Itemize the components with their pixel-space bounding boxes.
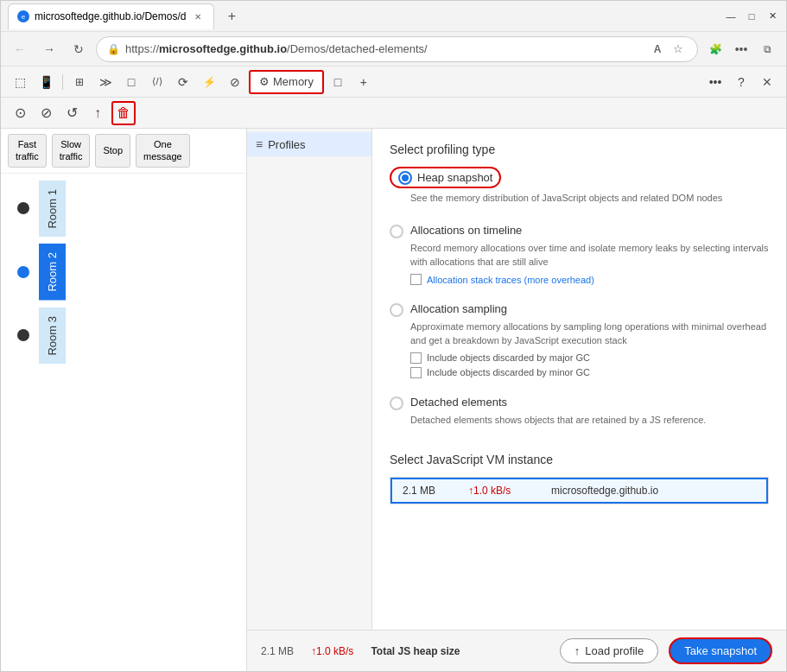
inspect-element-button[interactable]: ⬚	[8, 70, 32, 94]
heap-snapshot-radio[interactable]	[398, 171, 412, 185]
profiling-main: Select profiling type Heap snapshot See …	[372, 129, 786, 630]
heap-snapshot-label: Heap snapshot	[417, 171, 492, 184]
take-snapshot-label: Take snapshot	[684, 644, 757, 657]
room-dot-circle	[17, 329, 29, 341]
heap-snapshot-border: Heap snapshot	[390, 167, 501, 188]
take-snapshot-button[interactable]: Take snapshot	[669, 637, 772, 664]
allocations-timeline-desc: Record memory allocations over time and …	[410, 242, 769, 269]
window-close-button[interactable]: ✕	[765, 10, 779, 23]
console-tab[interactable]: ≫	[93, 70, 117, 94]
allocations-timeline-radio[interactable]	[390, 225, 403, 238]
maximize-button[interactable]: □	[745, 10, 758, 23]
profiles-sidebar-icon: ≡	[256, 137, 263, 151]
allocation-stack-traces-checkbox[interactable]	[410, 274, 422, 285]
address-icons: A ☆	[649, 41, 687, 58]
translate-icon[interactable]: A	[649, 41, 666, 58]
devtools-more-button[interactable]: •••	[703, 70, 727, 94]
allocation-sampling-desc: Approximate memory allocations by sampli…	[410, 320, 769, 347]
address-bar[interactable]: 🔒 https://microsoftedge.github.io/Demos/…	[96, 36, 698, 62]
heap-snapshot-option: Heap snapshot See the memory distributio…	[390, 167, 769, 210]
devtools-toolbar: ⬚ 📱 ⊞ ≫ □ ⟨/⟩ ⟳ ⚡ ⊘ ⚙ Memory □ + ••• ? ✕	[1, 67, 786, 98]
major-gc-checkbox[interactable]	[410, 352, 422, 364]
minor-gc-checkbox[interactable]	[410, 367, 422, 378]
favorite-icon[interactable]: ☆	[670, 41, 687, 58]
main-content: Fasttraffic Slowtraffic Stop Onemessage …	[1, 129, 786, 671]
fast-traffic-button[interactable]: Fasttraffic	[8, 134, 47, 168]
room-dot	[8, 244, 39, 301]
browser-more-button[interactable]: •••	[729, 37, 753, 61]
clear-profiles-button[interactable]: ↺	[60, 101, 84, 125]
browser-tab[interactable]: e microsoftedge.github.io/Demos/d ✕	[8, 3, 214, 29]
url-domain: microsoftedge.github.io	[159, 42, 287, 55]
elements-tab[interactable]: ⊞	[67, 70, 92, 94]
tab-close-button[interactable]: ✕	[191, 10, 205, 23]
room-label: Room 2	[39, 244, 66, 301]
security-tab[interactable]: ⊘	[223, 70, 247, 94]
allocation-sampling-label: Allocation sampling	[410, 302, 507, 315]
instance-row[interactable]: 2.1 MB ↑1.0 kB/s microsoftedge.github.io	[390, 478, 768, 504]
bottom-info: 2.1 MB ↑1.0 kB/s Total JS heap size	[261, 645, 549, 657]
bottom-size: 2.1 MB	[261, 645, 294, 657]
detached-elements-radio[interactable]	[390, 396, 403, 410]
allocation-stack-traces-label: Allocation stack traces (more overhead)	[427, 275, 594, 285]
list-item[interactable]: Room 3	[8, 307, 239, 365]
address-bar-row: ← → ↻ 🔒 https://microsoftedge.github.io/…	[1, 32, 786, 67]
application-tab[interactable]: ⚡	[197, 70, 221, 94]
load-profile-button[interactable]: ↑ Load profile	[560, 638, 658, 663]
stop-record-button[interactable]: ⊘	[34, 101, 58, 125]
profiles-sidebar-label: Profiles	[268, 138, 305, 151]
major-gc-row: Include objects discarded by major GC	[410, 352, 769, 364]
instance-table: 2.1 MB ↑1.0 kB/s microsoftedge.github.io	[390, 477, 769, 504]
network-tab[interactable]: ⟨/⟩	[145, 70, 169, 94]
room-label: Room 1	[39, 181, 66, 238]
refresh-button[interactable]: ↻	[67, 37, 91, 61]
sources-tab[interactable]: □	[119, 70, 143, 94]
room-dot-circle	[17, 266, 29, 278]
more-tabs-button[interactable]: □	[326, 70, 350, 94]
sidebar-item-profiles[interactable]: ≡ Profiles	[247, 132, 371, 156]
forward-button[interactable]: →	[37, 37, 61, 61]
webpage-panel: Fasttraffic Slowtraffic Stop Onemessage …	[1, 129, 247, 671]
heap-snapshot-row: Heap snapshot	[390, 167, 769, 188]
allocations-timeline-row: Allocations on timeline	[390, 224, 769, 238]
memory-tab[interactable]: ⚙ Memory	[249, 70, 324, 94]
title-bar: e microsoftedge.github.io/Demos/d ✕ + — …	[1, 1, 786, 32]
url-prefix: https://	[125, 42, 159, 55]
one-message-button[interactable]: Onemessage	[136, 134, 190, 168]
devtools-panel: ≡ Profiles Select profiling type Heap sn…	[247, 129, 786, 671]
devtools-split-button[interactable]: ⧉	[755, 37, 779, 61]
record-button[interactable]: ⊙	[8, 101, 32, 125]
device-mode-button[interactable]: 📱	[34, 70, 58, 94]
new-tab-button[interactable]: +	[219, 4, 244, 29]
allocation-sampling-radio[interactable]	[390, 303, 403, 317]
js-instance-title: Select JavaScript VM instance	[390, 453, 769, 466]
devtools-close-button[interactable]: ✕	[755, 70, 779, 94]
stop-button[interactable]: Stop	[95, 134, 130, 168]
heap-snapshot-desc: See the memory distribution of JavaScrip…	[410, 192, 769, 205]
back-button[interactable]: ←	[8, 37, 32, 61]
load-profile-icon: ↑	[574, 644, 581, 657]
list-item[interactable]: Room 2	[8, 244, 239, 301]
upload-profile-button[interactable]: ↑	[86, 101, 110, 125]
slow-traffic-button[interactable]: Slowtraffic	[52, 134, 91, 168]
add-tab-button[interactable]: +	[352, 70, 376, 94]
toolbar-separator	[62, 74, 63, 90]
instance-size: 2.1 MB	[403, 485, 454, 497]
list-item[interactable]: Room 1	[8, 181, 239, 238]
minimize-button[interactable]: —	[724, 10, 738, 23]
memory-tab-label: Memory	[273, 75, 314, 88]
allocation-sampling-row: Allocation sampling	[390, 302, 769, 317]
devtools-help-button[interactable]: ?	[729, 70, 753, 94]
performance-tab[interactable]: ⟳	[171, 70, 195, 94]
browser-window: e microsoftedge.github.io/Demos/d ✕ + — …	[0, 0, 787, 672]
allocations-timeline-label: Allocations on timeline	[410, 224, 522, 237]
major-gc-label: Include objects discarded by major GC	[427, 352, 590, 363]
detached-elements-desc: Detached elements shows objects that are…	[410, 414, 769, 427]
detached-elements-row: Detached elements	[390, 396, 769, 410]
room-dot	[8, 181, 39, 238]
delete-profile-button[interactable]: 🗑	[111, 101, 136, 125]
minor-gc-row: Include objects discarded by minor GC	[410, 367, 769, 378]
room-label: Room 3	[39, 307, 66, 365]
browser-extensions-button[interactable]: 🧩	[703, 37, 727, 61]
bottom-rate: ↑1.0 kB/s	[311, 645, 353, 657]
